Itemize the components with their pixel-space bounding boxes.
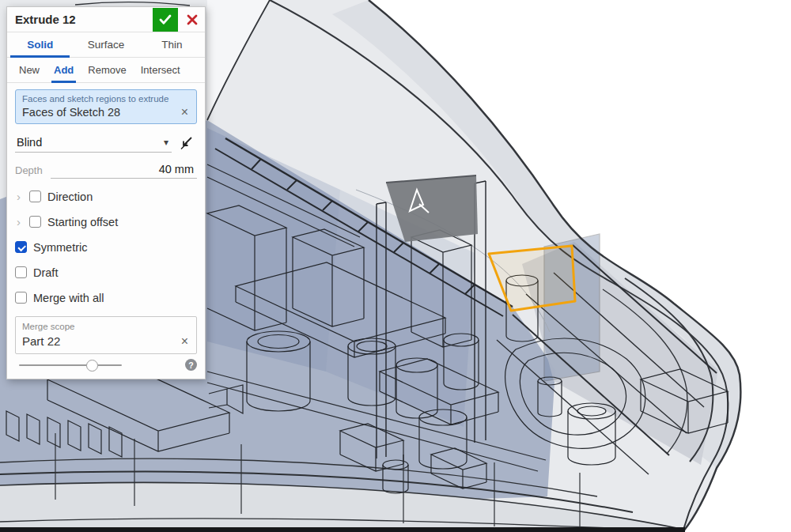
- option-row-direction: › Direction: [15, 189, 197, 204]
- starting-offset-checkbox[interactable]: [29, 216, 41, 228]
- body-type-tabs: Solid Surface Thin: [7, 32, 205, 58]
- check-icon: [159, 14, 172, 25]
- merge-scope-value: Part 22: [22, 334, 180, 348]
- faces-selection-label: Faces and sketch regions to extrude: [22, 94, 190, 104]
- option-row-merge-with-all: Merge with all: [15, 290, 197, 305]
- tab-solid[interactable]: Solid: [7, 32, 73, 57]
- preview-slider-handle[interactable]: [86, 360, 98, 372]
- faces-selection-value: Faces of Sketch 28: [22, 106, 180, 119]
- draft-checkbox[interactable]: [15, 266, 27, 278]
- end-condition-value: Blind: [17, 136, 164, 149]
- merge-scope-field[interactable]: Merge scope Part 22 ×: [15, 316, 197, 354]
- clear-merge-scope-icon[interactable]: ×: [180, 335, 190, 348]
- end-condition-dropdown[interactable]: Blind ▾: [15, 134, 172, 153]
- starting-offset-label: Starting offset: [47, 216, 118, 228]
- cancel-button[interactable]: [181, 8, 203, 32]
- symmetric-checkbox[interactable]: [15, 241, 27, 253]
- tab-add[interactable]: Add: [47, 58, 81, 82]
- option-row-starting-offset: › Starting offset: [15, 214, 197, 229]
- tab-remove[interactable]: Remove: [81, 58, 133, 82]
- tab-new[interactable]: New: [12, 58, 47, 82]
- symmetric-label: Symmetric: [33, 241, 87, 254]
- chevron-right-icon[interactable]: ›: [15, 216, 29, 228]
- option-row-draft: Draft: [15, 265, 197, 280]
- extrude-dialog: Extrude 12 Solid Surface Thin New Add Re…: [6, 6, 206, 379]
- direction-label: Direction: [47, 191, 93, 203]
- bottom-bar: [0, 527, 685, 532]
- chevron-down-icon: ▾: [164, 137, 170, 148]
- flip-direction-button[interactable]: [176, 134, 197, 153]
- depth-input[interactable]: 40 mm: [51, 163, 197, 179]
- preview-slider-track[interactable]: [19, 364, 122, 366]
- dialog-title: Extrude 12: [7, 13, 153, 26]
- app-window: Extrude 12 Solid Surface Thin New Add Re…: [0, 0, 791, 532]
- faces-selection-field[interactable]: Faces and sketch regions to extrude Face…: [15, 89, 197, 124]
- help-icon[interactable]: ?: [185, 359, 197, 371]
- merge-with-all-checkbox[interactable]: [15, 292, 27, 304]
- operation-tabs: New Add Remove Intersect: [7, 58, 205, 83]
- option-row-symmetric: Symmetric: [15, 240, 197, 255]
- draft-label: Draft: [33, 266, 58, 279]
- direction-checkbox[interactable]: [29, 191, 41, 202]
- tab-surface[interactable]: Surface: [73, 32, 138, 57]
- tab-intersect[interactable]: Intersect: [134, 58, 187, 82]
- merge-scope-label: Merge scope: [22, 322, 190, 331]
- chevron-right-icon[interactable]: ›: [15, 191, 29, 202]
- flip-direction-icon: [179, 135, 195, 151]
- dialog-header: Extrude 12: [7, 7, 205, 32]
- accept-button[interactable]: [153, 8, 178, 32]
- close-icon: [187, 14, 198, 25]
- dialog-footer: ?: [15, 358, 197, 372]
- depth-label: Depth: [15, 164, 43, 179]
- tab-thin[interactable]: Thin: [139, 32, 205, 57]
- merge-with-all-label: Merge with all: [33, 292, 104, 304]
- clear-selection-icon[interactable]: ×: [180, 106, 190, 119]
